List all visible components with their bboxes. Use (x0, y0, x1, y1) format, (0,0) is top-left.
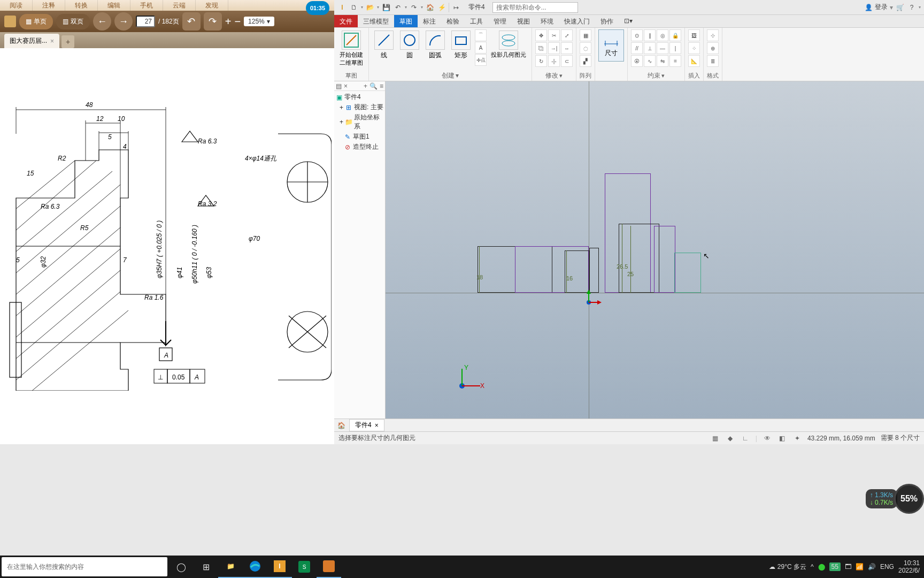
ribbon-tab-collab[interactable]: 协作 (595, 15, 619, 27)
model-browser[interactable]: ▤× +🔍≡ ▣零件4 +⊞视图: 主要 +📁原始坐标系 ✎草图1 ⊘造型终止 (334, 81, 386, 419)
stretch-button[interactable]: ↔ (561, 42, 573, 54)
add-tab-button[interactable]: + (61, 35, 74, 48)
weather-widget[interactable]: ☁ 29°C 多云 (769, 562, 806, 572)
collinear-constraint[interactable]: ∥ (644, 29, 656, 41)
prev-page-button[interactable]: ← (93, 12, 111, 31)
save-icon[interactable]: 💾 (381, 3, 391, 12)
wps-taskbar-icon[interactable]: S (292, 556, 317, 578)
dim-16[interactable]: 16 (566, 275, 573, 282)
cart-icon[interactable]: 🛒 (895, 3, 905, 12)
task-view-icon[interactable]: ⊞ (194, 556, 218, 578)
file-tab[interactable]: 图大赛历届... × (4, 34, 59, 48)
zoom-select[interactable]: 125%▾ (244, 17, 274, 26)
reader-tab-discover[interactable]: 发现 (196, 0, 228, 11)
sketch-rect-3[interactable] (565, 250, 589, 293)
ribbon-tab-appearance[interactable]: ⊡▾ (619, 15, 638, 27)
sketch-rect-4[interactable] (589, 248, 599, 293)
coincident-constraint[interactable]: ⊙ (631, 29, 643, 41)
ribbon-tab-getstarted[interactable]: 快速入门 (559, 15, 595, 27)
show-all-icon[interactable]: ✦ (792, 434, 802, 443)
start-button[interactable]: ◯ (169, 556, 194, 578)
ribbon-tab-inspect[interactable]: 检验 (441, 15, 465, 27)
ribbon-tab-file[interactable]: 文件 (334, 15, 358, 27)
ribbon-tab-view[interactable]: 视图 (512, 15, 535, 27)
grid-snap-icon[interactable]: ▦ (711, 434, 720, 443)
fix-constraint[interactable]: 🔒 (669, 29, 681, 41)
ribbon-tab-tools[interactable]: 工具 (465, 15, 488, 27)
battery-tray-icon[interactable]: 🗔 (845, 563, 851, 571)
undo-icon[interactable]: ↶ (393, 3, 403, 12)
concentric-constraint[interactable]: ◎ (657, 29, 668, 41)
close-doc-icon[interactable]: × (375, 422, 379, 429)
zoom-in-button[interactable]: + (225, 16, 232, 28)
split-button[interactable]: -|- (548, 55, 560, 67)
double-page-button[interactable]: ▥双页 (56, 14, 90, 29)
tangent-constraint[interactable]: ⦿ (631, 55, 643, 67)
extend-button[interactable]: →| (548, 42, 560, 54)
menu-browser-icon[interactable]: ≡ (380, 82, 383, 90)
ribbon-tab-manage[interactable]: 管理 (488, 15, 512, 27)
edge-browser-icon[interactable] (243, 556, 267, 578)
open-icon[interactable]: 📂 (365, 3, 375, 12)
show-format-button[interactable]: ≣ (707, 55, 719, 67)
tray-badge[interactable]: 55 (829, 562, 841, 571)
arc-button[interactable]: 圆弧 (424, 29, 447, 61)
centerline-button[interactable]: ⊕ (707, 42, 719, 54)
construction-button[interactable]: ⊹ (707, 29, 719, 41)
ribbon-tab-sketch[interactable]: 草图 (394, 15, 418, 27)
tree-root[interactable]: ▣零件4 (335, 92, 384, 102)
doc-tab-part4[interactable]: 零件4× (349, 419, 384, 431)
page-number-input[interactable] (136, 16, 155, 27)
dimension-button[interactable]: 尺寸 (598, 29, 624, 62)
ime-indicator[interactable]: ENG (880, 563, 894, 571)
rectangle-button[interactable]: 矩形 (449, 29, 473, 61)
vertical-constraint[interactable]: | (669, 42, 681, 54)
insert-acad-button[interactable]: 📐 (688, 55, 700, 67)
rect-pattern-button[interactable]: ▦ (580, 29, 591, 41)
parallel-constraint[interactable]: // (631, 42, 643, 54)
smooth-constraint[interactable]: ∿ (644, 55, 656, 67)
rotate-button[interactable]: ↻ (535, 55, 547, 67)
fillet-button[interactable]: ⌒ (475, 29, 487, 41)
trim-button[interactable]: ✂ (548, 29, 560, 41)
slice-icon[interactable]: ◧ (777, 434, 787, 443)
help-icon[interactable]: ? (907, 3, 917, 12)
update-icon[interactable]: ⚡ (437, 3, 446, 12)
reader-tab-cloud[interactable]: 云端 (163, 0, 196, 11)
circle-button[interactable]: 圆 (398, 29, 421, 61)
copy-button[interactable]: ⿻ (535, 42, 547, 54)
pdf-page-viewport[interactable]: 48 12 10 5 4 15 R2 R5 φ32 5 7 φ35H7 ( +0… (0, 48, 334, 444)
dim-18[interactable]: 18 (476, 274, 483, 280)
close-browser-icon[interactable]: × (344, 82, 348, 90)
reader-tab-mobile[interactable]: 手机 (130, 0, 163, 11)
project-geometry-button[interactable]: 投影几何图元 (489, 29, 528, 60)
wifi-tray-icon[interactable]: 📶 (856, 563, 864, 571)
tree-sketch1[interactable]: ✎草图1 (335, 132, 384, 142)
line-button[interactable]: 线 (372, 29, 396, 61)
zoom-out-button[interactable]: − (234, 16, 241, 28)
mirror-button[interactable]: ▞ (580, 55, 591, 67)
circ-pattern-button[interactable]: ◌ (580, 42, 591, 54)
ribbon-tab-3dmodel[interactable]: 三维模型 (358, 15, 394, 27)
file-explorer-icon[interactable]: 📁 (218, 556, 243, 578)
symmetric-constraint[interactable]: ⇋ (657, 55, 668, 67)
insert-points-button[interactable]: ⁘ (688, 42, 700, 54)
inventor-taskbar-icon[interactable]: I (267, 556, 292, 578)
next-icon[interactable]: ↦ (451, 3, 461, 12)
dim-26-5[interactable]: 26.5 (617, 263, 628, 270)
reader-tab-annotate[interactable]: 注释 (33, 0, 65, 11)
volume-tray-icon[interactable]: 🔊 (868, 563, 876, 571)
wechat-tray-icon[interactable]: ⬤ (818, 563, 825, 571)
equal-constraint[interactable]: = (669, 55, 681, 67)
login-button[interactable]: 👤登录 (865, 3, 888, 12)
next-page-button[interactable]: → (114, 12, 133, 31)
tree-view[interactable]: +⊞视图: 主要 (335, 102, 384, 112)
ribbon-tab-annotate[interactable]: 标注 (418, 15, 441, 27)
browser-icon[interactable]: ▤ (336, 82, 342, 90)
view-icon[interactable]: 👁 (763, 434, 772, 443)
redo-icon[interactable]: ↷ (409, 3, 419, 12)
sketch-rect-7[interactable] (654, 226, 675, 293)
start-2d-sketch-button[interactable]: 开始创建 二维草图 (337, 29, 365, 68)
help-search-input[interactable] (492, 2, 578, 13)
chevron-down-icon[interactable]: ▾ (456, 72, 459, 79)
